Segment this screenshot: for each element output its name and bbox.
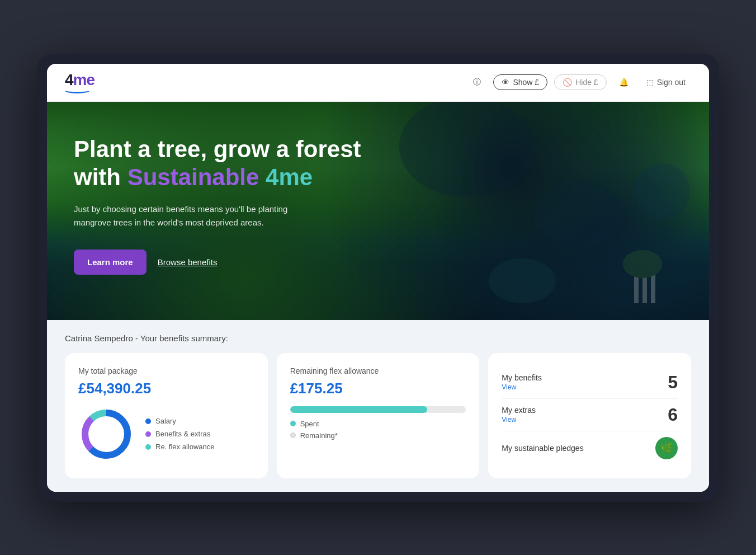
legend-flex: Re. flex allowance [145,443,215,451]
my-benefits-left: My benefits View [502,373,542,391]
svg-point-1 [533,180,623,247]
legend-label-flex: Re. flex allowance [155,443,215,451]
browser-window: 4me ⓘ 👁 Show £ 🚫 Hide £ 🔔 [47,64,709,492]
donut-row: Salary Benefits & extras Re. flex allowa… [78,406,254,462]
cards-row: My total package £54,390.25 [65,353,691,478]
legend-dot-benefits [145,431,151,437]
hero-actions: Learn more Browse benefits [74,250,400,275]
header: 4me ⓘ 👁 Show £ 🚫 Hide £ 🔔 [47,64,709,102]
legend-dot-remaining [290,432,296,438]
legend-label-benefits: Benefits & extras [155,430,210,438]
donut-legend: Salary Benefits & extras Re. flex allowa… [145,417,215,451]
legend-dot-salary [145,418,151,424]
svg-point-3 [489,258,556,303]
logo-text: 4me [65,71,94,89]
hero-content: Plant a tree, grow a forest with Sustain… [47,102,427,309]
my-extras-view-link[interactable]: View [502,416,536,424]
hero-title-line1: Plant a tree, grow a forest [74,136,361,162]
hero-title-purple: Sustainable [127,164,259,190]
bell-icon: 🔔 [619,78,629,87]
show-label: Show £ [513,78,539,87]
legend-dot-flex [145,444,151,450]
total-package-value: £54,390.25 [78,380,254,397]
progress-legend: Spent Remaining* [290,420,466,440]
sign-out-label: Sign out [657,78,686,87]
my-extras-left: My extras View [502,406,536,424]
hero-title: Plant a tree, grow a forest with Sustain… [74,135,400,192]
eye-show-icon: 👁 [502,78,509,87]
quick-links-card: My benefits View 5 My extras View 6 [488,353,691,478]
my-pledges-left: My sustainable pledges [502,444,583,453]
total-package-card: My total package £54,390.25 [65,353,268,478]
info-button[interactable]: ⓘ [467,74,486,91]
legend-dot-spent [290,421,296,426]
benefits-list: My benefits View 5 My extras View 6 [502,366,678,465]
legend-remaining: Remaining* [290,431,466,440]
hide-label: Hide £ [575,78,598,87]
legend-label-spent: Spent [300,420,319,428]
info-icon: ⓘ [473,77,481,87]
legend-benefits: Benefits & extras [145,430,215,438]
sign-out-button[interactable]: ⬚ Sign out [641,74,691,90]
total-package-label: My total package [78,366,254,375]
header-right: ⓘ 👁 Show £ 🚫 Hide £ 🔔 ⬚ Sign out [467,74,691,91]
summary-title: Catrina Sempedro - Your benefits summary… [65,333,691,343]
legend-label-remaining: Remaining* [300,431,338,440]
progress-bar-wrap [290,406,466,413]
svg-point-2 [634,163,690,219]
my-benefits-row: My benefits View 5 [502,366,678,399]
my-benefits-count: 5 [668,372,678,393]
flex-allowance-card: Remaining flex allowance £175.25 Spent [277,353,480,478]
notifications-button[interactable]: 🔔 [613,74,634,90]
my-sustainable-pledges-row: My sustainable pledges 🌿 [502,431,678,465]
hero-section: Plant a tree, grow a forest with Sustain… [47,102,709,320]
legend-label-salary: Salary [155,417,176,425]
hide-pounds-button[interactable]: 🚫 Hide £ [554,74,606,90]
my-benefits-view-link[interactable]: View [502,383,542,391]
legend-salary: Salary [145,417,215,425]
legend-spent: Spent [290,420,466,428]
svg-point-7 [623,250,662,278]
summary-section: Catrina Sempedro - Your benefits summary… [47,320,709,492]
progress-bar-fill [290,406,427,413]
learn-more-button[interactable]: Learn more [74,250,147,275]
sign-out-icon: ⬚ [646,78,654,87]
svg-rect-6 [651,272,655,303]
logo: 4me [65,71,94,93]
flex-allowance-value: £175.25 [290,380,466,397]
my-pledges-name: My sustainable pledges [502,444,583,453]
hero-subtitle: Just by choosing certain benefits means … [74,203,320,229]
my-extras-row: My extras View 6 [502,399,678,431]
hero-title-teal: 4me [266,164,313,190]
hero-title-with: with [74,164,127,190]
progress-section: Spent Remaining* [290,406,466,440]
my-extras-count: 6 [668,405,678,425]
svg-rect-5 [642,275,647,303]
eye-hide-icon: 🚫 [563,78,572,87]
my-benefits-name: My benefits [502,373,542,382]
device-frame: 4me ⓘ 👁 Show £ 🚫 Hide £ 🔔 [37,54,719,502]
show-pounds-button[interactable]: 👁 Show £ [493,74,547,90]
my-extras-name: My extras [502,406,536,415]
browse-benefits-button[interactable]: Browse benefits [158,257,218,267]
sustainable-icon: 🌿 [655,437,678,459]
donut-chart [78,406,134,462]
flex-allowance-label: Remaining flex allowance [290,366,466,375]
